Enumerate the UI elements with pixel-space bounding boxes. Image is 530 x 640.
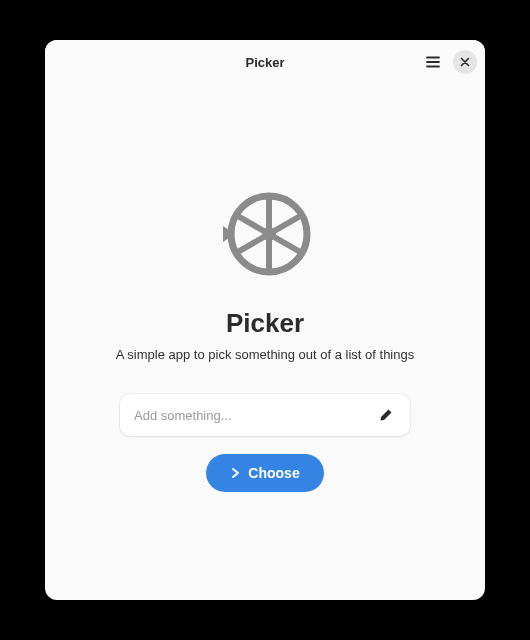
wheel-icon bbox=[217, 186, 313, 282]
hamburger-icon bbox=[425, 54, 441, 70]
close-button[interactable] bbox=[453, 50, 477, 74]
close-icon bbox=[460, 57, 470, 67]
app-window: Picker bbox=[45, 40, 485, 600]
app-title: Picker bbox=[226, 308, 304, 339]
svg-line-6 bbox=[236, 215, 269, 234]
pencil-icon bbox=[379, 408, 393, 422]
chevron-right-icon bbox=[230, 467, 240, 479]
window-title: Picker bbox=[245, 55, 284, 70]
add-something-input[interactable] bbox=[134, 408, 376, 423]
svg-line-5 bbox=[269, 234, 302, 253]
svg-line-4 bbox=[269, 215, 302, 234]
app-logo bbox=[215, 184, 315, 284]
menu-button[interactable] bbox=[421, 50, 445, 74]
add-input-row bbox=[120, 394, 410, 436]
edit-button[interactable] bbox=[376, 405, 396, 425]
titlebar: Picker bbox=[45, 40, 485, 84]
app-subtitle: A simple app to pick something out of a … bbox=[116, 347, 414, 362]
titlebar-controls bbox=[421, 50, 477, 74]
svg-line-7 bbox=[236, 234, 269, 253]
choose-button[interactable]: Choose bbox=[206, 454, 323, 492]
main-content: Picker A simple app to pick something ou… bbox=[45, 84, 485, 600]
choose-button-label: Choose bbox=[248, 465, 299, 481]
